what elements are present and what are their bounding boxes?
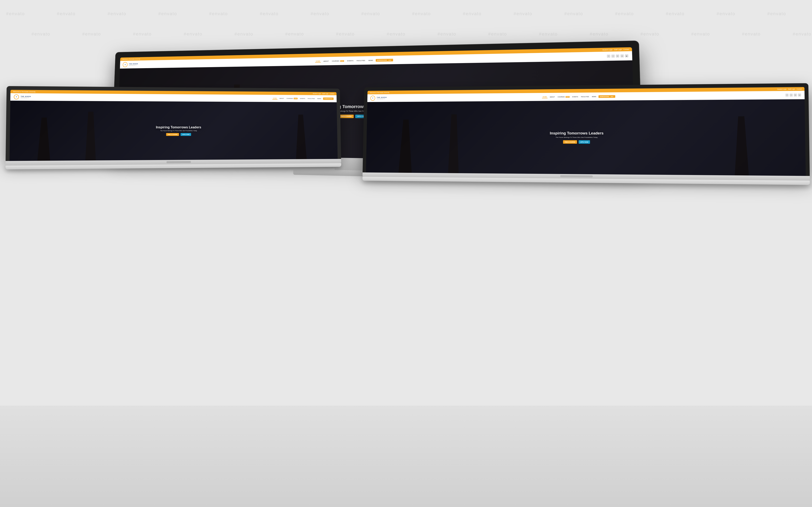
monitor-facebook-icon[interactable]: f [607,55,610,58]
laptop-right-hero-title: Inspiring Tomorrows Leaders [407,131,758,136]
monitor-logo-text: THE AVADA UNIVERSITY [129,63,138,66]
laptop-right-staff-login[interactable]: Staff Login [788,88,795,90]
laptop-right-nav-facilities[interactable]: FACILITIES [580,96,590,98]
watermark-1: #envato [6,11,25,16]
laptop-left-nav-events[interactable]: EVENTS [299,98,306,100]
watermark-30: #envato [691,32,710,37]
monitor-nav-home[interactable]: HOME [315,60,321,62]
watermark-19: #envato [133,32,152,37]
monitor-staff-login[interactable]: Staff Login [614,49,622,50]
laptop-right-logo-emblem: ✦ [370,96,375,101]
laptop-right-nav-news[interactable]: NEWS [591,95,597,98]
laptop-right-linkedin-icon[interactable]: in [794,94,797,97]
watermark-17: #envato [32,32,50,37]
watermark-8: #envato [361,11,380,16]
watermark-24: #envato [387,32,405,37]
watermark-5: #envato [209,11,228,16]
laptop-left-hero-content: Inspiring Tomorrows Leaders The Future B… [44,125,306,136]
laptop-left-nav-home[interactable]: HOME [272,97,277,100]
laptop-left-top-bar-left: Welcome to The Avada University [13,91,35,93]
monitor-nav-about[interactable]: ABOUT [323,60,329,62]
laptop-left-courses-badge: NEW [294,98,297,99]
laptop-right-hero-buttons: Find A course Apply Now [407,140,758,144]
monitor-contact[interactable]: Contact [623,49,629,50]
watermark-29: #envato [641,32,659,37]
monitor-admissions-badge: NEW [388,59,392,61]
laptop-left-student-login[interactable]: Student Login [313,93,321,94]
laptop-left-hero-subtitle: The Future Belongs To Those Who See Poss… [44,130,306,132]
watermark-3: #envato [108,11,126,16]
laptop-right-social-icons: f t in g [785,94,801,97]
laptop-right-screen: Welcome to The Avada University Student … [366,87,806,176]
watermark-7: #envato [311,11,329,16]
monitor-logo: ✦ THE AVADA UNIVERSITY [122,62,138,67]
scene: Welcome to The Avada University Student … [0,0,812,507]
monitor-find-course-btn[interactable]: Find A course [339,115,354,118]
watermark-28: #envato [590,32,608,37]
watermark-12: #envato [564,11,583,16]
laptop-right-apply-now-btn[interactable]: Apply Now [578,140,590,144]
watermark-27: #envato [539,32,558,37]
laptop-left-nav-courses[interactable]: COURSES NEW [286,98,298,100]
laptop-right-nav-courses[interactable]: COURSES NEW [557,96,570,98]
laptop-right-body: Welcome to The Avada University Student … [363,83,810,176]
monitor-nav-admissions[interactable]: ADMISSIONS NEW [376,59,393,61]
laptop-right-logo-subtitle: UNIVERSITY [376,98,387,99]
laptop-right-facebook-icon[interactable]: f [785,94,789,97]
watermark-11: #envato [514,11,532,16]
laptop-left-screen: Welcome to The Avada University Student … [9,90,338,161]
laptop-right-google-icon[interactable]: g [798,94,801,97]
watermark-18: #envato [82,32,101,37]
laptop-left-nav-facilities[interactable]: FACILITIES [307,98,315,100]
monitor-logo-emblem: ✦ [122,62,128,67]
monitor-top-bar-right: Student Login Staff Login Contact [602,49,629,51]
monitor-nav-courses[interactable]: COURSES NEW [331,60,345,62]
monitor-welcome-text: Welcome to The Avada University [122,58,140,60]
monitor-nav-news[interactable]: NEWS [368,59,374,61]
monitor-nav-facilities[interactable]: FACILITIES [356,59,366,62]
laptop-left-contact[interactable]: Contact [330,93,334,94]
monitor-logo-subtitle: UNIVERSITY [129,64,138,66]
laptop-right-nav-home[interactable]: HOME [542,96,548,98]
laptop-right: Welcome to The Avada University Student … [362,83,810,185]
watermark-14: #envato [666,11,684,16]
monitor-nav-events[interactable]: EVENTS [347,60,354,62]
laptop-left-welcome: Welcome to The Avada University [13,91,35,93]
laptop-right-nav-events[interactable]: EVENTS [572,96,579,98]
laptop-left-staff-login[interactable]: Staff Login [322,93,328,94]
laptop-left-nav-admissions[interactable]: ADMISSIONS [323,98,334,100]
monitor-linkedin-icon[interactable]: in [616,55,619,58]
laptop-right-hero-subtitle: The Future Belongs To Those Who See Poss… [407,136,758,138]
laptop-left-logo-subtitle: UNIVERSITY [21,97,31,98]
monitor-google-icon[interactable]: g [620,54,624,57]
laptop-left-find-course-btn[interactable]: Find A course [166,133,179,136]
laptop-left-website: Welcome to The Avada University Student … [9,90,338,161]
laptop-right-welcome: Welcome to The Avada University [370,92,389,93]
watermark-13: #envato [615,11,634,16]
laptop-right-contact[interactable]: Contact [797,88,802,90]
laptop-left-logo: ✦ THE AVADA UNIVERSITY [14,95,31,100]
laptop-left-apply-now-btn[interactable]: Apply Now [181,133,191,136]
watermark-16: #envato [767,11,786,16]
monitor-student-login[interactable]: Student Login [602,49,612,51]
monitor-top-bar-left: Welcome to The Avada University [122,58,140,60]
laptop-right-find-course-btn[interactable]: Find A course [563,140,577,144]
laptop-left-nav-about[interactable]: ABOUT [279,97,285,99]
laptop-right-logo-text: THE AVADA UNIVERSITY [376,97,387,100]
laptop-right-nav-admissions[interactable]: ADMISSIONS NEW [599,95,615,98]
laptop-right-courses-badge: NEW [566,96,569,98]
laptop-right-nav-about[interactable]: ABOUT [549,96,555,98]
laptop-right-student-login[interactable]: Student Login [777,89,786,90]
laptop-left-nav-news[interactable]: NEWS [317,98,322,100]
laptop-right-nav-menu: HOME ABOUT COURSES NEW EVENTS FACILITIES… [542,95,615,98]
monitor-youtube-icon[interactable]: ▶ [625,54,628,57]
monitor-twitter-icon[interactable]: t [611,55,615,58]
watermark-23: #envato [336,32,355,37]
watermark-21: #envato [235,32,253,37]
watermark-15: #envato [717,11,735,16]
watermark-2: #envato [57,11,75,16]
monitor-social-icons: f t in g ▶ [607,54,628,58]
watermark-9: #envato [412,11,431,16]
laptop-right-twitter-icon[interactable]: t [790,94,793,97]
laptop-left-hero-title: Inspiring Tomorrows Leaders [44,125,306,129]
